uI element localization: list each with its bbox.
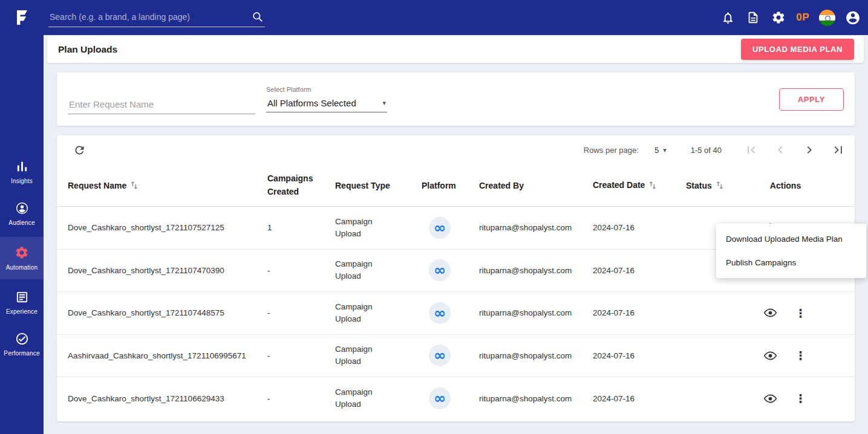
- campaigns-created-cell: -: [267, 351, 335, 360]
- column-header-created-date[interactable]: Created Date: [593, 179, 671, 192]
- sidebar-item-insights[interactable]: Insights: [0, 154, 44, 190]
- row-menu-button[interactable]: ⋮: [791, 303, 811, 323]
- table-header-row: Request Name Campaigns Created Request T…: [57, 164, 855, 207]
- chevron-right-icon: [802, 143, 817, 157]
- account-avatar-icon[interactable]: [845, 10, 861, 25]
- status-cell: [671, 394, 727, 403]
- menu-item[interactable]: Download Uploaded Media Plan: [716, 227, 866, 251]
- sidebar-item-audience[interactable]: Audience: [0, 195, 44, 232]
- status-cell: [671, 351, 727, 360]
- request-name-cell: Dove_Cashkaro_shortlyst_1721106629433: [68, 394, 267, 403]
- created-by-cell: rituparna@shopalyst.com: [479, 394, 593, 403]
- created-by-cell: rituparna@shopalyst.com: [479, 308, 593, 317]
- view-details-button[interactable]: [760, 345, 781, 366]
- first-page-button[interactable]: [743, 142, 759, 158]
- next-page-button[interactable]: [801, 142, 817, 158]
- sidebar-item-experience[interactable]: Experience: [0, 284, 44, 321]
- settings-gear-icon[interactable]: [771, 10, 786, 25]
- bar-chart-icon: [15, 160, 29, 173]
- sidebar-item-automation[interactable]: Automation: [0, 237, 44, 279]
- shopalyst-logo-icon: [13, 8, 31, 27]
- sidebar-item-performance[interactable]: Performance: [0, 326, 44, 363]
- request-type-cell: Campaign Upload: [335, 343, 391, 368]
- eye-icon: [763, 306, 777, 320]
- kebab-icon: ⋮: [795, 306, 806, 320]
- sort-icon: [129, 180, 139, 190]
- kebab-icon: ⋮: [795, 392, 806, 405]
- column-header-status[interactable]: Status: [671, 180, 727, 190]
- first-page-icon: [744, 143, 759, 157]
- previous-page-button[interactable]: [772, 142, 788, 158]
- platform-select[interactable]: Select Platform All Platforms Selected ▾: [266, 86, 387, 112]
- page-header: Plan Uploads UPLOAD MEDIA PLAN: [47, 36, 864, 63]
- created-date-cell: 2024-07-16: [593, 308, 671, 317]
- column-header-actions: Actions: [727, 181, 844, 190]
- search-input[interactable]: [50, 12, 252, 22]
- request-name-cell: Aashirvaad_Cashkaro_shortlyst_1721106995…: [68, 351, 267, 360]
- rows-per-page-value: 5: [654, 146, 659, 155]
- actions-cell: ⋮: [727, 303, 844, 323]
- menu-item[interactable]: Publish Campaigns: [716, 251, 866, 274]
- meta-platform-icon: ∞: [429, 302, 451, 324]
- campaigns-created-cell: 1: [267, 223, 335, 232]
- sidebar: Insights Audience Automation Experience …: [0, 0, 44, 434]
- actions-cell: ⋮: [727, 345, 844, 366]
- refresh-icon: [73, 144, 86, 157]
- sidebar-item-label: Audience: [8, 219, 34, 226]
- request-name-cell: Dove_Cashkaro_shortlyst_1721107470390: [68, 266, 267, 275]
- platform-cell: ∞: [422, 345, 479, 366]
- platform-select-label: Select Platform: [266, 86, 387, 93]
- search-icon[interactable]: [252, 11, 264, 23]
- app-logo[interactable]: [0, 0, 44, 35]
- created-by-cell: rituparna@shopalyst.com: [479, 266, 593, 275]
- request-type-cell: Campaign Upload: [335, 301, 391, 326]
- gear-icon: [15, 245, 29, 260]
- meta-platform-icon: ∞: [429, 345, 451, 366]
- global-search: [48, 8, 265, 27]
- view-details-button[interactable]: [760, 388, 781, 409]
- notifications-bell-icon[interactable]: [720, 10, 736, 25]
- last-page-button[interactable]: [830, 142, 846, 158]
- column-header-campaigns-created: Campaigns Created: [267, 172, 335, 198]
- row-menu-button[interactable]: ⋮: [791, 345, 811, 366]
- table-row: Aashirvaad_Cashkaro_shortlyst_1721106995…: [57, 335, 855, 378]
- created-date-cell: 2024-07-16: [593, 266, 671, 275]
- eye-icon: [763, 349, 777, 363]
- plan-code-badge[interactable]: 0P: [796, 11, 809, 24]
- chevron-down-icon: ▾: [663, 146, 667, 154]
- created-date-cell: 2024-07-16: [593, 351, 671, 360]
- upload-media-plan-button[interactable]: UPLOAD MEDIA PLAN: [741, 39, 854, 60]
- experience-icon: [15, 290, 29, 304]
- platform-cell: ∞: [422, 387, 479, 409]
- created-by-cell: rituparna@shopalyst.com: [479, 223, 593, 232]
- actions-cell: ⋮: [727, 388, 844, 409]
- rows-per-page-select[interactable]: 5 ▾: [654, 146, 667, 155]
- page-title: Plan Uploads: [58, 44, 117, 55]
- meta-platform-icon: ∞: [429, 387, 451, 409]
- request-name-cell: Dove_Cashkaro_shortlyst_1721107527125: [68, 223, 267, 232]
- apply-button[interactable]: APPLY: [779, 88, 844, 111]
- documents-icon[interactable]: [745, 10, 761, 25]
- eye-icon: [763, 392, 777, 406]
- row-menu-button[interactable]: ⋮: [791, 388, 811, 409]
- column-header-request-type: Request Type: [335, 181, 422, 190]
- created-date-cell: 2024-07-16: [593, 394, 671, 403]
- platform-cell: ∞: [422, 259, 479, 281]
- sidebar-item-label: Performance: [4, 350, 39, 357]
- india-flag-icon[interactable]: [819, 10, 835, 26]
- refresh-button[interactable]: [70, 141, 88, 159]
- last-page-icon: [831, 143, 846, 157]
- column-header-request-name[interactable]: Request Name: [68, 180, 267, 190]
- column-header-platform: Platform: [422, 181, 479, 190]
- status-cell: [671, 308, 727, 317]
- column-header-created-by: Created By: [479, 181, 593, 190]
- request-name-input[interactable]: [68, 95, 255, 114]
- table-row: Dove_Cashkaro_shortlyst_1721106629433 - …: [57, 377, 855, 420]
- campaigns-created-cell: -: [267, 266, 335, 275]
- meta-platform-icon: ∞: [429, 217, 451, 239]
- page-range-label: 1-5 of 40: [691, 146, 722, 155]
- sidebar-item-label: Insights: [11, 178, 33, 184]
- chevron-down-icon: ▾: [382, 99, 386, 107]
- view-details-button[interactable]: [760, 303, 781, 323]
- sort-icon: [714, 180, 725, 190]
